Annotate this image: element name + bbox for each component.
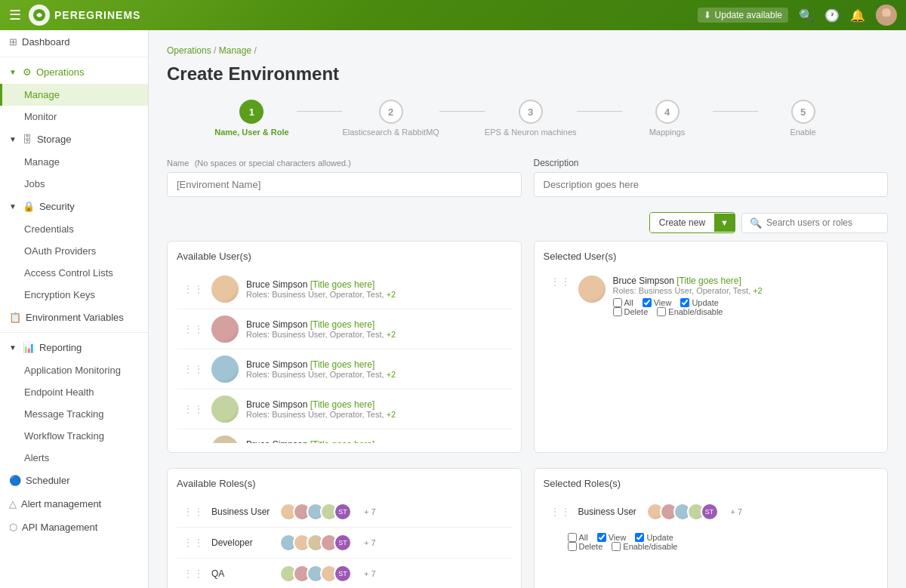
drag-handle-icon: ⋮⋮ (183, 506, 204, 518)
search-input[interactable] (766, 217, 880, 228)
perm-enable-disable[interactable]: Enable/disable (612, 542, 677, 551)
sidebar-item-operations[interactable]: ▼ ⚙ Operations (0, 60, 148, 84)
search-icon[interactable]: 🔍 (799, 8, 814, 23)
sidebar-item-app-monitoring[interactable]: Application Monitoring (0, 359, 148, 381)
step-circle-1: 1 (239, 100, 263, 124)
sidebar-item-api-management[interactable]: ⬡ API Management (0, 516, 148, 539)
perm-view-checkbox[interactable] (597, 533, 606, 542)
perm-enable-disable[interactable]: Enable/disable (657, 307, 723, 316)
create-new-arrow[interactable]: ▼ (714, 214, 735, 232)
perm-update[interactable]: Update (680, 298, 718, 307)
create-new-label[interactable]: Create new (650, 213, 714, 232)
avatar[interactable] (876, 5, 897, 26)
sidebar-item-alerts[interactable]: Alerts (0, 447, 148, 469)
available-user-item[interactable]: ⋮⋮ Bruce Simpson [Title goes here] Roles… (177, 269, 512, 309)
role-count: + 7 (731, 507, 743, 516)
sidebar-item-oauth[interactable]: OAuth Providers (0, 240, 148, 262)
role-list-item[interactable]: ⋮⋮ QA ST + 7 (177, 559, 512, 588)
perm-update-checkbox[interactable] (680, 298, 689, 307)
perm-delete-checkbox[interactable] (613, 307, 622, 316)
perm-enable-disable-checkbox[interactable] (612, 542, 621, 551)
sidebar-item-storage-manage[interactable]: Manage (0, 151, 148, 173)
perm-all[interactable]: All (568, 533, 588, 542)
sidebar-label-endpoint-health: Endpoint Health (24, 386, 94, 398)
name-input[interactable] (167, 172, 522, 197)
perm-update[interactable]: Update (635, 533, 673, 542)
sidebar-item-env-vars[interactable]: 📋 Environment Variables (0, 306, 148, 329)
bell-icon[interactable]: 🔔 (850, 8, 865, 23)
sidebar-item-credentials[interactable]: Credentials (0, 218, 148, 240)
sidebar-item-manage[interactable]: Manage (0, 84, 148, 106)
sidebar-item-monitor[interactable]: Monitor (0, 106, 148, 128)
sidebar: ⊞ Dashboard ▼ ⚙ Operations Manage Monito… (0, 30, 149, 588)
form-row: Name (No spaces or special characters al… (167, 158, 888, 197)
perm-row-2: Delete Enable/disable (568, 542, 684, 551)
sidebar-item-message-tracking[interactable]: Message Tracking (0, 403, 148, 425)
users-panel-row: Available User(s) ⋮⋮ Bruce Simpson [Titl… (167, 241, 888, 453)
sidebar-label-security: Security (39, 201, 75, 212)
perm-enable-disable-checkbox[interactable] (657, 307, 666, 316)
perm-delete-checkbox[interactable] (568, 542, 577, 551)
sidebar-label-oauth: OAuth Providers (24, 245, 96, 257)
breadcrumb-manage[interactable]: Manage (219, 45, 251, 56)
sidebar-item-jobs[interactable]: Jobs (0, 173, 148, 195)
sidebar-label-dashboard: Dashboard (22, 36, 70, 48)
role-avatar-st: ST (334, 503, 352, 521)
caret-down-icon-security: ▼ (9, 202, 17, 211)
hamburger-icon[interactable]: ☰ (9, 7, 21, 23)
perm-delete[interactable]: Delete (613, 307, 649, 316)
role-list-item[interactable]: ⋮⋮ Business User ST + 7 (177, 497, 512, 528)
step-label-5: Enable (790, 128, 815, 137)
available-user-item[interactable]: ⋮⋮ Bruce Simpson [Title goes here] Roles… (177, 429, 512, 443)
sidebar-item-dashboard[interactable]: ⊞ Dashboard (0, 30, 148, 54)
user-avatar (211, 356, 239, 383)
perm-delete[interactable]: Delete (568, 542, 603, 551)
drag-handle-icon: ⋮⋮ (183, 568, 204, 580)
sidebar-item-acl[interactable]: Access Control Lists (0, 262, 148, 284)
selected-roles-header: Selected Roles(s) (544, 478, 879, 489)
sidebar-item-workflow-tracking[interactable]: Workflow Tracking (0, 425, 148, 447)
caret-down-icon: ▼ (9, 68, 17, 76)
sidebar-item-scheduler[interactable]: 🔵 Scheduler (0, 469, 148, 492)
available-users-list: ⋮⋮ Bruce Simpson [Title goes here] Roles… (177, 269, 512, 443)
sidebar-label-scheduler: Scheduler (26, 475, 70, 486)
selected-users-panel: Selected User(s) ⋮⋮ Bruce Simpson [Title… (534, 241, 889, 453)
available-user-item[interactable]: ⋮⋮ Bruce Simpson [Title goes here] Roles… (177, 349, 512, 389)
perm-view-checkbox[interactable] (643, 298, 652, 307)
perm-all-checkbox[interactable] (613, 298, 622, 307)
create-new-button[interactable]: Create new ▼ (649, 212, 735, 233)
update-notification[interactable]: ⬇ Update available (698, 8, 788, 23)
description-input[interactable] (534, 172, 889, 197)
clock-icon[interactable]: 🕐 (824, 8, 840, 23)
sidebar-label-manage: Manage (24, 89, 60, 100)
permissions: All View Update Delete Enable/disable (613, 298, 873, 316)
available-roles-list: ⋮⋮ Business User ST + 7 ⋮⋮ (177, 497, 512, 588)
sidebar-label-workflow-tracking: Workflow Tracking (24, 430, 104, 442)
available-roles-header: Available Roles(s) (177, 478, 512, 489)
perm-view[interactable]: View (597, 533, 627, 542)
sidebar-item-storage[interactable]: ▼ 🗄 Storage (0, 128, 148, 151)
sidebar-item-encryption[interactable]: Encryption Keys (0, 284, 148, 306)
step-label-2: Elasticsearch & RabbitMQ (342, 128, 439, 137)
sidebar-item-reporting[interactable]: ▼ 📊 Reporting (0, 336, 148, 359)
perm-all-checkbox[interactable] (568, 533, 577, 542)
sidebar-label-acl: Access Control Lists (24, 267, 113, 279)
logo-icon (29, 5, 50, 26)
breadcrumb-operations[interactable]: Operations (167, 45, 211, 56)
step-circle-4: 4 (655, 100, 680, 124)
sidebar-item-alert-management[interactable]: △ Alert management (0, 492, 148, 516)
role-list-item[interactable]: ⋮⋮ Developer ST + 7 (177, 528, 512, 559)
perm-all[interactable]: All (613, 298, 633, 307)
user-info: Bruce Simpson [Title goes here] Roles: B… (246, 319, 506, 339)
sidebar-item-endpoint-health[interactable]: Endpoint Health (0, 381, 148, 403)
role-name: Business User (211, 506, 272, 517)
perm-update-checkbox[interactable] (635, 533, 644, 542)
selected-roles-list: ⋮⋮ Business User ST + 7 (544, 497, 879, 557)
available-user-item[interactable]: ⋮⋮ Bruce Simpson [Title goes here] Roles… (177, 309, 512, 349)
available-user-item[interactable]: ⋮⋮ Bruce Simpson [Title goes here] Roles… (177, 389, 512, 429)
perm-view[interactable]: View (643, 298, 672, 307)
step-2: 2 Elasticsearch & RabbitMQ (342, 100, 439, 137)
search-box: 🔍 (741, 213, 888, 233)
search-icon: 🔍 (750, 217, 762, 229)
sidebar-item-security[interactable]: ▼ 🔒 Security (0, 195, 148, 218)
